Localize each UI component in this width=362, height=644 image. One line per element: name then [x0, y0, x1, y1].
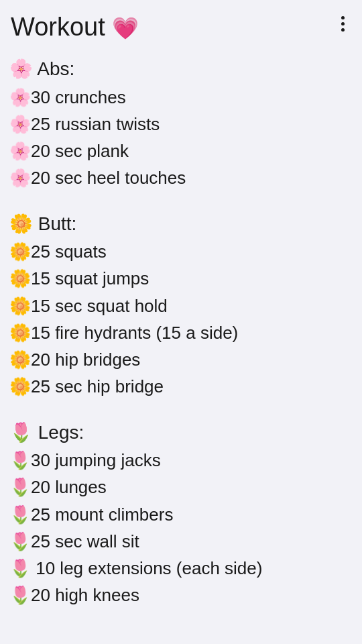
page-header: Workout 💗 [0, 0, 362, 49]
workout-item: 🌷25 sec wall sit [9, 528, 351, 555]
workout-item: 🌸25 russian twists [9, 111, 351, 138]
workout-item: 🌼25 squats [9, 238, 351, 265]
workout-item: 🌼15 squat jumps [9, 265, 351, 292]
workout-item: 🌷30 jumping jacks [9, 447, 351, 474]
workout-content: 🌸 Abs:🌸30 crunches🌸25 russian twists🌸20 … [0, 49, 362, 644]
workout-item: 🌷20 lunges [9, 474, 351, 500]
dot-3 [341, 28, 345, 32]
workout-item: 🌷25 mount climbers [9, 501, 351, 528]
section-legs: 🌷 Legs:🌷30 jumping jacks🌷20 lunges🌷25 mo… [9, 419, 351, 609]
section-legs-title: 🌷 Legs: [9, 419, 351, 445]
workout-item: 🌸20 sec plank [9, 138, 351, 164]
section-butt-title: 🌼 Butt: [9, 211, 351, 237]
dot-2 [341, 22, 345, 25]
workout-item: 🌼15 fire hydrants (15 a side) [9, 319, 351, 346]
section-abs-title: 🌸 Abs: [9, 56, 351, 82]
workout-item: 🌷 10 leg extensions (each side) [9, 555, 351, 582]
workout-item: 🌸20 sec heel touches [9, 164, 351, 191]
workout-item: 🌷20 high knees [9, 582, 351, 608]
section-abs: 🌸 Abs:🌸30 crunches🌸25 russian twists🌸20 … [9, 56, 351, 191]
workout-item: 🌼25 sec hip bridge [9, 373, 351, 400]
dot-1 [341, 16, 345, 19]
more-menu-button[interactable] [336, 11, 350, 37]
workout-item: 🌼15 sec squat hold [9, 292, 351, 319]
title-emoji: 💗 [112, 16, 139, 40]
workout-item: 🌼20 hip bridges [9, 346, 351, 373]
workout-item: 🌸30 crunches [9, 84, 351, 111]
section-butt: 🌼 Butt:🌼25 squats🌼15 squat jumps🌼15 sec … [9, 211, 351, 400]
page-title: Workout 💗 [11, 11, 139, 44]
title-text: Workout [11, 13, 105, 41]
